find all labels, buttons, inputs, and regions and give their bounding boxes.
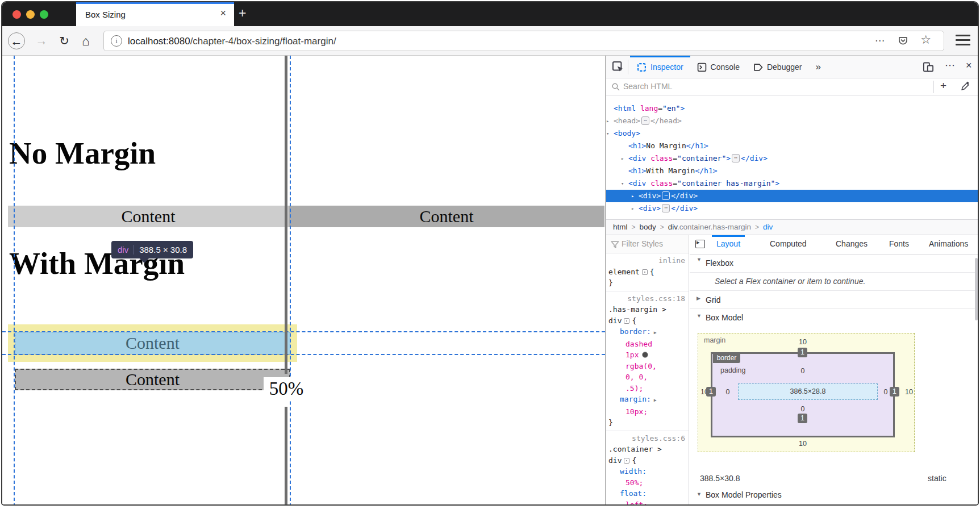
border-left-value[interactable]: 1	[706, 387, 716, 397]
reload-button[interactable]: ↻	[56, 32, 73, 49]
highlight-target-icon[interactable]	[624, 318, 629, 324]
css-value[interactable]: 0, 0,	[608, 372, 686, 383]
markup-row[interactable]: ▾<div class="container has-margin">	[606, 177, 978, 190]
rule-selector[interactable]: div{	[608, 315, 686, 327]
more-tabs-icon[interactable]: »	[808, 56, 827, 78]
expand-shorthand-icon[interactable]: ▶	[654, 330, 657, 335]
sidebar-tab-layout[interactable]: Layout	[716, 239, 740, 248]
responsive-design-icon[interactable]	[923, 61, 934, 73]
markup-row[interactable]: <h1>With Margin</h1>	[606, 165, 978, 177]
box-model-content-box[interactable]: 386.5×28.8	[738, 383, 878, 400]
close-tab-icon[interactable]: ×	[220, 7, 226, 19]
expand-shorthand-icon[interactable]: ▶	[654, 398, 657, 403]
border-top-value[interactable]: 1	[798, 348, 807, 357]
devtools-tab-debugger[interactable]: Debugger	[747, 56, 809, 78]
home-button[interactable]: ⌂	[77, 32, 94, 49]
css-value[interactable]: dashed	[608, 339, 686, 350]
padding-right-value[interactable]: 0	[882, 388, 890, 396]
css-property[interactable]: float:	[608, 488, 686, 499]
css-value[interactable]: rgba(0,	[608, 361, 686, 372]
add-node-icon[interactable]: +	[940, 80, 946, 92]
grid-section-header[interactable]: ▶ Grid	[690, 291, 979, 309]
sidebar-tab-changes[interactable]: Changes	[836, 239, 868, 248]
devtools-options-icon[interactable]: ⋯	[945, 59, 955, 72]
css-value[interactable]: .5);	[608, 383, 686, 394]
url-bar[interactable]: i localhost:8080/chapter-4/box-sizing/fl…	[103, 31, 944, 51]
breadcrumb-item[interactable]: body	[640, 223, 656, 231]
markup-row[interactable]: <h1>No Margin</h1>	[606, 140, 978, 152]
close-window-button[interactable]	[12, 10, 21, 19]
markup-row[interactable]: <html lang="en">	[606, 102, 978, 115]
padding-top-value[interactable]: 0	[795, 367, 811, 375]
element-picker-icon[interactable]	[612, 61, 624, 73]
highlight-target-icon[interactable]	[624, 458, 629, 464]
markup-row[interactable]: ▾<body>	[606, 127, 978, 140]
expand-node-icon[interactable]: ▸	[606, 115, 609, 127]
sidebar-tab-fonts[interactable]: Fonts	[889, 239, 909, 248]
breadcrumb-item[interactable]: html	[613, 223, 628, 231]
pocket-icon[interactable]	[898, 35, 908, 46]
css-value[interactable]: 50%;	[608, 477, 686, 489]
sidebar-tab-animations[interactable]: Animations	[929, 239, 968, 248]
margin-right-value[interactable]: 10	[901, 388, 917, 396]
new-tab-button[interactable]: +	[239, 6, 246, 21]
margin-bottom-value[interactable]: 10	[795, 440, 811, 448]
padding-bottom-value[interactable]: 0	[795, 405, 811, 413]
collapse-node-icon[interactable]: ▾	[606, 127, 609, 140]
highlight-target-icon[interactable]	[642, 269, 648, 275]
expand-inline-icon[interactable]: ⋯	[641, 116, 649, 125]
breadcrumb-item[interactable]: div.container.has-margin	[668, 223, 751, 231]
flexbox-section-header[interactable]: ▼ Flexbox	[690, 254, 979, 273]
css-property[interactable]: margin:▶	[608, 394, 686, 406]
expand-node-icon[interactable]: ▸	[621, 152, 624, 165]
box-model-properties-header[interactable]: ▼ Box Model Properties	[690, 489, 979, 503]
sidebar-toggle-icon[interactable]	[695, 240, 705, 248]
expand-inline-icon[interactable]: ⋯	[662, 191, 670, 200]
sidebar-tab-computed[interactable]: Computed	[770, 239, 807, 248]
scrollbar-thumb[interactable]	[975, 258, 978, 320]
devtools-tab-inspector[interactable]: Inspector	[630, 56, 690, 78]
box-model-section-header[interactable]: ▼ Box Model	[690, 309, 979, 326]
site-info-icon[interactable]: i	[111, 35, 122, 47]
expand-inline-icon[interactable]: ⋯	[662, 204, 670, 212]
rule-source-link[interactable]: styles.css:6	[608, 433, 686, 444]
css-property[interactable]: border:▶	[608, 326, 686, 339]
browser-tab[interactable]: Box Sizing ×	[76, 2, 234, 26]
menu-button[interactable]	[954, 32, 971, 48]
rule-source-link[interactable]: styles.css:18	[608, 293, 686, 304]
eyedropper-icon[interactable]	[961, 81, 970, 91]
css-value[interactable]: left;	[608, 499, 686, 506]
filter-styles-input[interactable]: Filter Styles	[622, 239, 663, 248]
page-actions-icon[interactable]: ⋯	[875, 35, 885, 47]
markup-row[interactable]: ▸<head>⋯</head>	[606, 115, 978, 127]
rule-selector[interactable]: div{	[608, 455, 686, 466]
breadcrumb-item[interactable]: div	[763, 223, 773, 231]
rule-selector[interactable]: .has-margin >	[608, 304, 686, 315]
expand-node-icon[interactable]: ▸	[631, 202, 634, 215]
search-html-input[interactable]: Search HTML	[623, 82, 672, 91]
markup-row-selected[interactable]: ▸<div>⋯</div>	[606, 190, 978, 202]
color-swatch[interactable]	[642, 352, 648, 358]
css-value[interactable]: 10px;	[608, 406, 686, 418]
maximize-window-button[interactable]	[40, 10, 48, 19]
css-value[interactable]: 1px	[608, 349, 686, 361]
margin-top-value[interactable]: 10	[795, 338, 811, 346]
collapse-node-icon[interactable]: ▾	[621, 177, 624, 190]
border-bottom-value[interactable]: 1	[798, 414, 807, 423]
padding-left-value[interactable]: 0	[720, 388, 736, 396]
bookmark-star-icon[interactable]: ☆	[920, 33, 931, 47]
forward-button[interactable]: →	[33, 32, 50, 49]
rule-source-link[interactable]: inline	[608, 255, 686, 266]
markup-row[interactable]: ▸<div>⋯</div>	[606, 202, 978, 215]
minimize-window-button[interactable]	[26, 10, 35, 19]
expand-inline-icon[interactable]: ⋯	[732, 154, 740, 162]
markup-row[interactable]: ▸<div class="container">⋯</div>	[606, 152, 978, 165]
rule-selector[interactable]: element{	[608, 266, 686, 278]
border-right-value[interactable]: 1	[890, 387, 899, 397]
expand-node-icon[interactable]: ▸	[631, 190, 634, 202]
rule-selector[interactable]: .container >	[608, 444, 686, 455]
css-property[interactable]: width:	[608, 466, 686, 477]
close-devtools-icon[interactable]: ×	[966, 60, 972, 72]
back-button[interactable]: ←	[8, 32, 25, 49]
devtools-tab-console[interactable]: Console	[690, 56, 747, 78]
